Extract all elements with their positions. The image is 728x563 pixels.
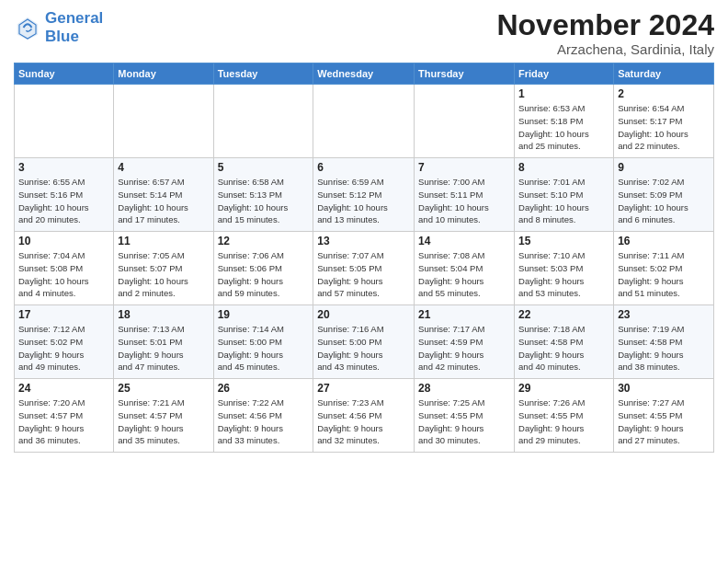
day-number: 28 <box>418 382 510 395</box>
calendar-cell: 10Sunrise: 7:04 AMSunset: 5:08 PMDayligh… <box>15 232 114 305</box>
calendar-cell: 5Sunrise: 6:58 AMSunset: 5:13 PMDaylight… <box>213 158 313 232</box>
day-number: 1 <box>518 87 609 100</box>
calendar-header-row: SundayMondayTuesdayWednesdayThursdayFrid… <box>15 63 714 85</box>
day-info: Sunrise: 7:20 AMSunset: 4:57 PMDaylight:… <box>18 396 109 447</box>
day-info: Sunrise: 6:53 AMSunset: 5:18 PMDaylight:… <box>518 102 609 153</box>
day-info: Sunrise: 7:00 AMSunset: 5:11 PMDaylight:… <box>418 176 510 226</box>
day-number: 10 <box>18 235 109 247</box>
day-number: 18 <box>118 308 209 321</box>
calendar-cell: 14Sunrise: 7:08 AMSunset: 5:04 PMDayligh… <box>415 232 515 305</box>
calendar-cell <box>313 85 415 158</box>
calendar-cell: 19Sunrise: 7:14 AMSunset: 5:00 PMDayligh… <box>213 305 313 379</box>
day-number: 17 <box>18 308 109 321</box>
calendar-cell <box>114 85 213 158</box>
day-number: 16 <box>618 235 710 247</box>
title-block: November 2024 Arzachena, Sardinia, Italy <box>496 9 714 57</box>
calendar-cell: 26Sunrise: 7:22 AMSunset: 4:56 PMDayligh… <box>213 379 313 453</box>
weekday-header-monday: Monday <box>114 63 213 85</box>
calendar-week-3: 10Sunrise: 7:04 AMSunset: 5:08 PMDayligh… <box>15 232 714 305</box>
calendar-cell: 22Sunrise: 7:18 AMSunset: 4:58 PMDayligh… <box>515 305 614 379</box>
calendar-cell: 12Sunrise: 7:06 AMSunset: 5:06 PMDayligh… <box>213 232 313 305</box>
calendar-cell: 17Sunrise: 7:12 AMSunset: 5:02 PMDayligh… <box>15 305 114 379</box>
day-info: Sunrise: 7:27 AMSunset: 4:55 PMDaylight:… <box>618 396 710 447</box>
logo: General Blue <box>14 9 103 45</box>
weekday-header-tuesday: Tuesday <box>213 63 313 85</box>
logo-icon <box>14 14 41 41</box>
calendar-week-5: 24Sunrise: 7:20 AMSunset: 4:57 PMDayligh… <box>15 379 714 453</box>
calendar-cell: 25Sunrise: 7:21 AMSunset: 4:57 PMDayligh… <box>114 379 213 453</box>
day-info: Sunrise: 7:14 AMSunset: 5:00 PMDaylight:… <box>218 323 310 373</box>
day-number: 30 <box>618 382 710 395</box>
svg-marker-0 <box>17 17 39 40</box>
calendar-cell <box>213 85 313 158</box>
day-number: 6 <box>317 161 410 174</box>
day-number: 15 <box>518 235 609 247</box>
day-info: Sunrise: 6:58 AMSunset: 5:13 PMDaylight:… <box>218 176 310 226</box>
header: General Blue November 2024 Arzachena, Sa… <box>14 9 714 57</box>
day-info: Sunrise: 7:02 AMSunset: 5:09 PMDaylight:… <box>618 176 710 226</box>
calendar-week-1: 1Sunrise: 6:53 AMSunset: 5:18 PMDaylight… <box>15 85 714 158</box>
calendar-cell: 18Sunrise: 7:13 AMSunset: 5:01 PMDayligh… <box>114 305 213 379</box>
day-number: 13 <box>317 235 410 247</box>
day-number: 8 <box>518 161 609 174</box>
day-info: Sunrise: 7:07 AMSunset: 5:05 PMDaylight:… <box>317 249 410 300</box>
day-info: Sunrise: 7:05 AMSunset: 5:07 PMDaylight:… <box>118 249 209 300</box>
day-info: Sunrise: 6:59 AMSunset: 5:12 PMDaylight:… <box>317 176 410 226</box>
day-info: Sunrise: 7:10 AMSunset: 5:03 PMDaylight:… <box>518 249 609 300</box>
calendar-week-4: 17Sunrise: 7:12 AMSunset: 5:02 PMDayligh… <box>15 305 714 379</box>
calendar-cell: 2Sunrise: 6:54 AMSunset: 5:17 PMDaylight… <box>614 85 714 158</box>
calendar-cell: 6Sunrise: 6:59 AMSunset: 5:12 PMDaylight… <box>313 158 415 232</box>
calendar-cell: 27Sunrise: 7:23 AMSunset: 4:56 PMDayligh… <box>313 379 415 453</box>
day-number: 9 <box>618 161 710 174</box>
day-number: 29 <box>518 382 609 395</box>
day-info: Sunrise: 7:11 AMSunset: 5:02 PMDaylight:… <box>618 249 710 300</box>
weekday-header-friday: Friday <box>515 63 614 85</box>
day-number: 23 <box>618 308 710 321</box>
day-info: Sunrise: 7:13 AMSunset: 5:01 PMDaylight:… <box>118 323 209 373</box>
day-number: 5 <box>218 161 310 174</box>
day-info: Sunrise: 6:55 AMSunset: 5:16 PMDaylight:… <box>18 176 109 226</box>
calendar-cell: 20Sunrise: 7:16 AMSunset: 5:00 PMDayligh… <box>313 305 415 379</box>
day-info: Sunrise: 7:26 AMSunset: 4:55 PMDaylight:… <box>518 396 609 447</box>
day-number: 24 <box>18 382 109 395</box>
day-info: Sunrise: 7:01 AMSunset: 5:10 PMDaylight:… <box>518 176 609 226</box>
calendar-cell: 9Sunrise: 7:02 AMSunset: 5:09 PMDaylight… <box>614 158 714 232</box>
day-number: 21 <box>418 308 510 321</box>
calendar-cell: 15Sunrise: 7:10 AMSunset: 5:03 PMDayligh… <box>515 232 614 305</box>
page-container: General Blue November 2024 Arzachena, Sa… <box>0 0 728 457</box>
day-number: 12 <box>218 235 310 247</box>
day-number: 27 <box>317 382 410 395</box>
day-info: Sunrise: 7:06 AMSunset: 5:06 PMDaylight:… <box>218 249 310 300</box>
day-number: 19 <box>218 308 310 321</box>
calendar-cell: 11Sunrise: 7:05 AMSunset: 5:07 PMDayligh… <box>114 232 213 305</box>
location-subtitle: Arzachena, Sardinia, Italy <box>496 41 714 57</box>
day-number: 14 <box>418 235 510 247</box>
calendar-cell <box>415 85 515 158</box>
calendar-cell: 30Sunrise: 7:27 AMSunset: 4:55 PMDayligh… <box>614 379 714 453</box>
day-info: Sunrise: 7:17 AMSunset: 4:59 PMDaylight:… <box>418 323 510 373</box>
calendar-cell: 28Sunrise: 7:25 AMSunset: 4:55 PMDayligh… <box>415 379 515 453</box>
day-number: 25 <box>118 382 209 395</box>
calendar-cell <box>15 85 114 158</box>
day-info: Sunrise: 6:57 AMSunset: 5:14 PMDaylight:… <box>118 176 209 226</box>
day-number: 4 <box>118 161 209 174</box>
weekday-header-thursday: Thursday <box>415 63 515 85</box>
day-info: Sunrise: 7:25 AMSunset: 4:55 PMDaylight:… <box>418 396 510 447</box>
weekday-header-sunday: Sunday <box>15 63 114 85</box>
day-info: Sunrise: 7:23 AMSunset: 4:56 PMDaylight:… <box>317 396 410 447</box>
calendar-cell: 1Sunrise: 6:53 AMSunset: 5:18 PMDaylight… <box>515 85 614 158</box>
calendar-cell: 8Sunrise: 7:01 AMSunset: 5:10 PMDaylight… <box>515 158 614 232</box>
calendar-table: SundayMondayTuesdayWednesdayThursdayFrid… <box>14 63 714 453</box>
calendar-cell: 4Sunrise: 6:57 AMSunset: 5:14 PMDaylight… <box>114 158 213 232</box>
day-info: Sunrise: 7:04 AMSunset: 5:08 PMDaylight:… <box>18 249 109 300</box>
day-info: Sunrise: 7:16 AMSunset: 5:00 PMDaylight:… <box>317 323 410 373</box>
day-number: 3 <box>18 161 109 174</box>
calendar-cell: 24Sunrise: 7:20 AMSunset: 4:57 PMDayligh… <box>15 379 114 453</box>
day-info: Sunrise: 7:21 AMSunset: 4:57 PMDaylight:… <box>118 396 209 447</box>
day-info: Sunrise: 7:22 AMSunset: 4:56 PMDaylight:… <box>218 396 310 447</box>
day-info: Sunrise: 7:19 AMSunset: 4:58 PMDaylight:… <box>618 323 710 373</box>
day-info: Sunrise: 7:18 AMSunset: 4:58 PMDaylight:… <box>518 323 609 373</box>
day-number: 2 <box>618 87 710 100</box>
calendar-cell: 23Sunrise: 7:19 AMSunset: 4:58 PMDayligh… <box>614 305 714 379</box>
day-info: Sunrise: 6:54 AMSunset: 5:17 PMDaylight:… <box>618 102 710 153</box>
